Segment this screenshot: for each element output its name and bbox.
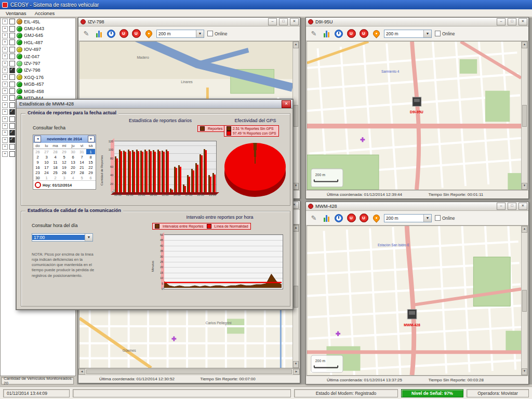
zoom-select[interactable]: 200 m▼ bbox=[384, 30, 432, 38]
edit-icon[interactable]: ✎ bbox=[309, 29, 318, 38]
calendar-day[interactable]: 26 bbox=[33, 149, 42, 154]
map-canvas[interactable]: D9I-95U Sarmiento 4 200 m ▲▼ bbox=[307, 41, 528, 190]
calendar-day[interactable]: 10 bbox=[42, 159, 51, 165]
vehicle-checkbox[interactable] bbox=[9, 116, 15, 122]
expander-icon[interactable]: + bbox=[2, 33, 8, 38]
calendar-day[interactable]: 20 bbox=[69, 165, 77, 170]
alert-icon[interactable]: U bbox=[131, 29, 141, 38]
vehicle-checkbox[interactable] bbox=[9, 26, 15, 32]
calendar-day[interactable]: 9 bbox=[33, 159, 42, 165]
calendar-day[interactable]: 28 bbox=[77, 170, 86, 175]
expander-icon[interactable]: + bbox=[2, 82, 8, 87]
calendar-day[interactable]: 2 bbox=[51, 175, 60, 180]
vehicle-checkbox[interactable] bbox=[9, 47, 15, 52]
menu-acciones[interactable]: Acciones bbox=[31, 10, 59, 17]
chevron-down-icon[interactable]: ▼ bbox=[196, 30, 204, 37]
vehicle-checkbox[interactable] bbox=[9, 74, 15, 80]
edit-icon[interactable]: ✎ bbox=[82, 29, 91, 38]
expander-icon[interactable]: + bbox=[2, 95, 8, 101]
vehicle-row[interactable]: +IOV-497 bbox=[1, 46, 75, 53]
alarm-icon[interactable]: U bbox=[347, 214, 356, 223]
calendar-prev-icon[interactable]: ◄ bbox=[34, 136, 41, 142]
vehicle-checkbox[interactable] bbox=[9, 123, 15, 129]
vehicle-row[interactable]: +GMJ-645 bbox=[1, 32, 75, 39]
vehicle-checkbox[interactable] bbox=[9, 33, 15, 38]
calendar-day[interactable]: 2 bbox=[33, 154, 42, 159]
calendar-day[interactable]: 5 bbox=[60, 154, 69, 159]
window-titlebar[interactable]: IZV-798 – □ ✕ bbox=[78, 18, 300, 26]
calendar-next-icon[interactable]: ► bbox=[88, 136, 95, 142]
vehicle-checkbox[interactable] bbox=[9, 68, 15, 73]
calendar-day[interactable]: 28 bbox=[51, 149, 60, 154]
calendar-day[interactable]: 4 bbox=[69, 175, 77, 180]
menu-ventanas[interactable]: Ventanas bbox=[2, 10, 30, 17]
chart-icon[interactable] bbox=[322, 29, 331, 38]
calendar-day[interactable]: 3 bbox=[60, 175, 69, 180]
chevron-down-icon[interactable]: ▼ bbox=[85, 234, 92, 241]
vehicle-checkbox[interactable] bbox=[9, 130, 15, 136]
calendar-day[interactable]: 13 bbox=[69, 159, 77, 165]
location-pin-icon[interactable] bbox=[144, 29, 153, 38]
vehicle-row[interactable]: +HGL-487 bbox=[1, 39, 75, 46]
zoom-select[interactable]: 200 m▼ bbox=[384, 214, 432, 222]
expander-icon[interactable]: + bbox=[2, 144, 8, 150]
vehicle-checkbox[interactable] bbox=[9, 39, 15, 45]
calendar-day[interactable]: 8 bbox=[86, 154, 95, 159]
alarm-icon[interactable]: U bbox=[119, 29, 128, 38]
vehicle-checkbox[interactable] bbox=[9, 102, 15, 108]
calendar-day[interactable]: 29 bbox=[60, 149, 69, 154]
close-icon[interactable]: ✕ bbox=[282, 100, 291, 108]
expander-icon[interactable]: + bbox=[2, 137, 8, 143]
chart-icon[interactable] bbox=[94, 29, 103, 38]
calendar[interactable]: ◄ noviembre de 2014 ► dolumamijuvisá 262… bbox=[33, 135, 96, 190]
close-button[interactable]: ✕ bbox=[290, 18, 299, 25]
calendar-day[interactable]: 16 bbox=[33, 165, 42, 170]
calendar-day[interactable]: 12 bbox=[60, 159, 69, 165]
expander-icon[interactable]: + bbox=[2, 130, 8, 136]
alert-icon[interactable]: U bbox=[359, 214, 368, 223]
calendar-day[interactable]: 22 bbox=[86, 165, 95, 170]
expander-icon[interactable]: + bbox=[2, 26, 8, 32]
calendar-day[interactable]: 30 bbox=[69, 149, 77, 154]
calendar-day[interactable]: 24 bbox=[42, 170, 51, 175]
calendar-day[interactable]: 6 bbox=[86, 175, 95, 180]
calendar-day[interactable]: 31 bbox=[77, 149, 86, 154]
calendar-day[interactable]: 27 bbox=[69, 170, 77, 175]
vehicle-row[interactable]: +MGB-457 bbox=[1, 81, 75, 88]
map-canvas[interactable]: MWM-428 Estación San Isidro E 200 m ▲▼ bbox=[307, 225, 528, 376]
alert-icon[interactable]: U bbox=[359, 29, 368, 38]
vertical-scrollbar[interactable]: ▲▼ bbox=[521, 42, 527, 190]
calendar-day[interactable]: 5 bbox=[77, 175, 86, 180]
hora-select[interactable]: 17:00 ▼ bbox=[32, 233, 93, 242]
vehicle-row[interactable]: +GMU-643 bbox=[1, 25, 75, 32]
expander-icon[interactable]: + bbox=[2, 68, 8, 73]
edit-icon[interactable]: ✎ bbox=[309, 214, 318, 223]
expander-icon[interactable]: + bbox=[2, 54, 8, 59]
chart-icon[interactable] bbox=[322, 214, 331, 223]
vehicle-checkbox[interactable] bbox=[9, 95, 15, 101]
calendar-day[interactable]: 1 bbox=[86, 149, 95, 154]
calendar-day[interactable]: 25 bbox=[51, 170, 60, 175]
expander-icon[interactable]: + bbox=[2, 47, 8, 52]
calendar-day[interactable]: 15 bbox=[86, 159, 95, 165]
vehicle-checkbox[interactable] bbox=[9, 151, 15, 157]
history-clock-icon[interactable] bbox=[107, 29, 116, 38]
maximize-button[interactable]: □ bbox=[508, 18, 516, 25]
alarm-icon[interactable]: U bbox=[347, 29, 356, 38]
minimize-button[interactable]: – bbox=[497, 203, 506, 210]
calendar-today[interactable]: Hoy: 01/12/2014 bbox=[33, 180, 96, 189]
vehicle-checkbox[interactable] bbox=[9, 88, 15, 94]
vertical-scrollbar[interactable]: ▲▼ bbox=[521, 226, 527, 375]
expander-icon[interactable]: + bbox=[2, 61, 8, 66]
history-clock-icon[interactable] bbox=[334, 29, 343, 38]
calendar-day[interactable]: 29 bbox=[86, 170, 95, 175]
maximize-button[interactable]: □ bbox=[279, 18, 288, 25]
chevron-down-icon[interactable]: ▼ bbox=[423, 215, 431, 222]
horizontal-scrollbar[interactable]: ◄► bbox=[78, 368, 300, 375]
online-checkbox[interactable] bbox=[435, 215, 441, 221]
vehicle-checkbox[interactable] bbox=[9, 54, 15, 59]
calendar-day[interactable]: 11 bbox=[51, 159, 60, 165]
vehicle-row[interactable]: +UZ-047 bbox=[1, 53, 75, 60]
window-titlebar[interactable]: D9I-95U – □ ✕ bbox=[306, 18, 528, 26]
calendar-day[interactable]: 18 bbox=[51, 165, 60, 170]
